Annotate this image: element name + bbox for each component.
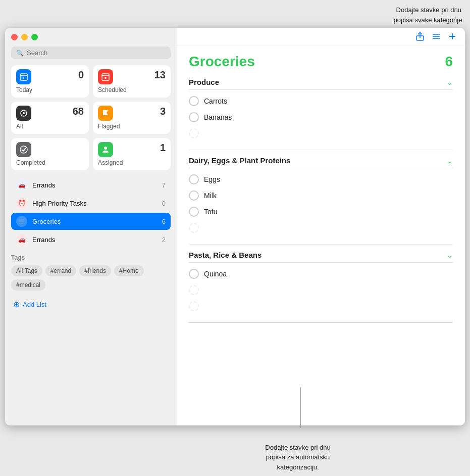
flagged-count: 3: [160, 106, 166, 117]
eggs-name: Eggs: [204, 175, 220, 183]
category-produce: Produce ⌄ Carrots Bananas: [189, 78, 453, 141]
assigned-count: 1: [160, 142, 166, 154]
annotation-line-bottom: [300, 388, 301, 428]
dairy-new-checkbox[interactable]: [189, 223, 199, 233]
scheduled-label: Scheduled: [98, 86, 166, 93]
tag-medical[interactable]: #medical: [11, 279, 45, 291]
scheduled-count: 13: [154, 69, 166, 81]
produce-empty-item[interactable]: [189, 125, 453, 141]
completed-label: Completed: [16, 159, 84, 166]
list-content: Groceries 6 Produce ⌄ Carrots Bananas: [177, 45, 465, 425]
maximize-button[interactable]: [31, 34, 38, 40]
flagged-icon: [98, 106, 113, 121]
produce-header[interactable]: Produce ⌄: [189, 78, 453, 90]
milk-checkbox[interactable]: [189, 191, 199, 201]
dairy-chevron: ⌄: [447, 157, 453, 165]
flagged-label: Flagged: [98, 123, 166, 130]
list-item-high-priority[interactable]: ⏰ High Priority Tasks 0: [11, 195, 171, 212]
tag-friends[interactable]: #friends: [79, 265, 111, 276]
task-quinoa[interactable]: Quinoa: [189, 266, 453, 282]
tags-container: All Tags #errand #friends #Home #medical: [11, 265, 171, 291]
smart-list-flagged[interactable]: 3 Flagged: [93, 102, 171, 134]
bananas-checkbox[interactable]: [189, 112, 199, 122]
smart-list-scheduled[interactable]: 13 Scheduled: [93, 65, 171, 98]
category-dairy: Dairy, Eggs & Plant Proteins ⌄ Eggs Milk…: [189, 156, 453, 236]
smart-lists-grid: 0 1 Today 13 Scheduled 68 All: [11, 65, 171, 170]
bottom-separator: [189, 322, 453, 323]
svg-point-5: [105, 77, 107, 79]
list-item-errands[interactable]: 🚗 Errands 7: [11, 176, 171, 194]
tags-section: Tags All Tags #errand #friends #Home #me…: [11, 254, 171, 291]
search-icon: 🔍: [16, 50, 24, 57]
add-item-button[interactable]: [448, 32, 457, 41]
sidebar: 🔍 0 1 Today 13 Scheduled: [5, 28, 177, 425]
add-list-icon: ⊕: [13, 300, 20, 309]
minimize-button[interactable]: [21, 34, 28, 40]
tag-errand[interactable]: #errand: [45, 265, 76, 276]
list-header: Groceries 6: [189, 54, 453, 70]
assigned-icon: [98, 142, 113, 157]
pasta-empty-item-1[interactable]: [189, 282, 453, 298]
all-count: 68: [73, 106, 84, 117]
produce-name: Produce: [189, 78, 219, 86]
svg-text:1: 1: [22, 76, 24, 80]
all-icon: [16, 106, 31, 121]
milk-name: Milk: [204, 192, 217, 200]
errands-icon: 🚗: [16, 179, 27, 191]
search-input[interactable]: [27, 49, 166, 57]
dairy-empty-item[interactable]: [189, 220, 453, 236]
produce-chevron: ⌄: [447, 78, 453, 86]
high-priority-name: High Priority Tasks: [32, 200, 157, 207]
list-title: Groceries: [189, 54, 255, 70]
errands-name: Errands: [32, 181, 157, 189]
smart-list-completed[interactable]: Completed: [11, 138, 89, 170]
add-list-label: Add List: [23, 301, 46, 308]
pasta-new-checkbox-2[interactable]: [189, 301, 199, 311]
annotation-bottom-center: Dodajte stavke pri dnu popisa za automat…: [265, 443, 330, 472]
task-milk[interactable]: Milk: [189, 187, 453, 204]
produce-new-checkbox[interactable]: [189, 128, 199, 138]
list-item-groceries[interactable]: 🛒 Groceries 6: [11, 213, 171, 230]
tofu-checkbox[interactable]: [189, 207, 199, 217]
list-item-errands2[interactable]: 🚗 Errands 2: [11, 231, 171, 248]
dairy-name: Dairy, Eggs & Plant Proteins: [189, 156, 290, 165]
pasta-name: Pasta, Rice & Beans: [189, 251, 262, 259]
close-button[interactable]: [11, 34, 18, 40]
pasta-new-checkbox-1[interactable]: [189, 285, 199, 295]
quinoa-checkbox[interactable]: [189, 269, 199, 279]
bananas-name: Bananas: [204, 113, 232, 121]
scheduled-icon: [98, 69, 113, 84]
tag-home[interactable]: #Home: [114, 265, 144, 276]
dairy-header[interactable]: Dairy, Eggs & Plant Proteins ⌄: [189, 156, 453, 168]
carrots-checkbox[interactable]: [189, 96, 199, 106]
assigned-label: Assigned: [98, 159, 166, 166]
errands2-icon: 🚗: [16, 234, 27, 245]
task-carrots[interactable]: Carrots: [189, 93, 453, 109]
smart-list-all[interactable]: 68 All: [11, 102, 89, 134]
tofu-name: Tofu: [204, 208, 217, 216]
add-list-button[interactable]: ⊕ Add List: [11, 297, 171, 312]
task-eggs[interactable]: Eggs: [189, 171, 453, 187]
traffic-lights: [11, 34, 171, 40]
svg-point-7: [23, 112, 25, 114]
task-tofu[interactable]: Tofu: [189, 204, 453, 220]
list-count: 6: [445, 54, 453, 70]
errands2-name: Errands: [32, 236, 157, 244]
today-icon: 1: [16, 69, 31, 84]
errands2-count: 2: [162, 236, 166, 244]
separator-1: [189, 150, 453, 150]
share-button[interactable]: [415, 32, 425, 41]
smart-list-assigned[interactable]: 1 Assigned: [93, 138, 171, 170]
smart-list-today[interactable]: 0 1 Today: [11, 65, 89, 98]
separator-2: [189, 244, 453, 245]
groceries-count: 6: [162, 218, 166, 225]
pasta-empty-item-2[interactable]: [189, 298, 453, 314]
reorder-button[interactable]: [432, 32, 441, 41]
groceries-icon: 🛒: [16, 216, 27, 227]
search-bar[interactable]: 🔍: [11, 46, 171, 59]
eggs-checkbox[interactable]: [189, 174, 199, 184]
pasta-header[interactable]: Pasta, Rice & Beans ⌄: [189, 251, 453, 263]
task-bananas[interactable]: Bananas: [189, 109, 453, 125]
tag-all[interactable]: All Tags: [11, 265, 42, 276]
errands-count: 7: [162, 181, 166, 189]
